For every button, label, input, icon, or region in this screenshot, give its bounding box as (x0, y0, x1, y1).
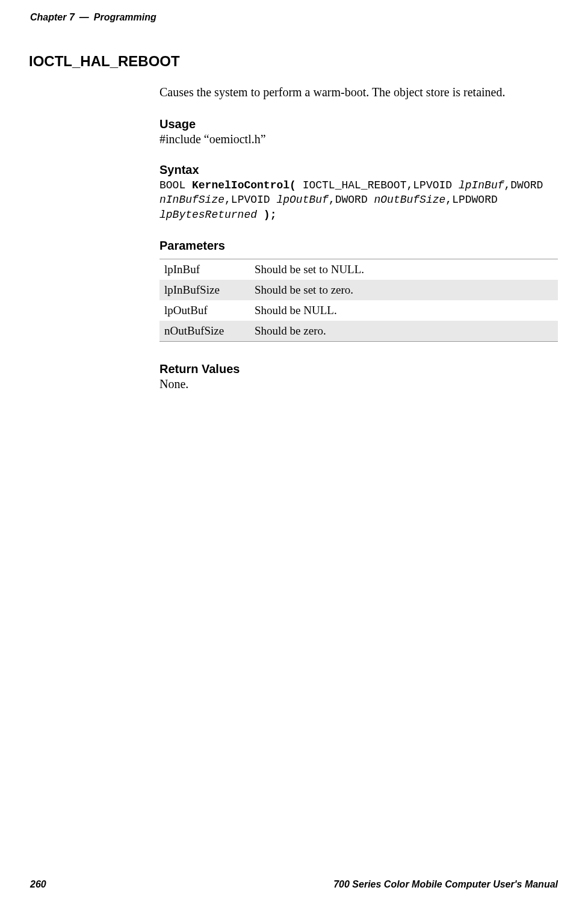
syntax-func: KernelIoControl( (192, 179, 296, 191)
param-desc: Should be zero. (250, 321, 558, 342)
table-row: nOutBufSize Should be zero. (159, 321, 558, 342)
syntax-arg5: ,LPVOID (224, 194, 276, 206)
param-name: lpInBufSize (159, 280, 250, 300)
page-number: 260 (30, 879, 46, 890)
syntax-arg6: lpOutBuf (276, 194, 328, 206)
chapter-label: Chapter 7 (30, 12, 75, 23)
parameters-heading: Parameters (159, 239, 558, 253)
usage-heading: Usage (159, 117, 558, 131)
content-block: Causes the system to perform a warm-boot… (159, 84, 558, 391)
page-footer: 260 700 Series Color Mobile Computer Use… (30, 879, 558, 890)
return-values-heading: Return Values (159, 362, 558, 376)
manual-title: 700 Series Color Mobile Computer User's … (333, 879, 558, 890)
syntax-block: BOOL KernelIoControl( IOCTL_HAL_REBOOT,L… (159, 178, 558, 222)
param-name: lpOutBuf (159, 300, 250, 321)
syntax-arg10: lpBytesReturned (159, 209, 257, 221)
param-desc: Should be NULL. (250, 300, 558, 321)
syntax-arg1: IOCTL_HAL_REBOOT,LPVOID (296, 179, 459, 191)
param-name: nOutBufSize (159, 321, 250, 342)
param-desc: Should be set to NULL. (250, 259, 558, 280)
syntax-type: BOOL (159, 179, 192, 191)
parameters-table: lpInBuf Should be set to NULL. lpInBufSi… (159, 259, 558, 342)
chapter-title: Programming (94, 12, 156, 23)
syntax-arg7: ,DWORD (329, 194, 374, 206)
syntax-close: ); (257, 209, 276, 221)
syntax-arg4: nInBufSize (159, 194, 224, 206)
syntax-arg8: nOutBufSize (374, 194, 446, 206)
page-header: Chapter 7 — Programming (30, 12, 558, 23)
table-row: lpInBufSize Should be set to zero. (159, 280, 558, 300)
syntax-arg3: ,DWORD (504, 179, 543, 191)
syntax-arg2: lpInBuf (459, 179, 504, 191)
syntax-heading: Syntax (159, 163, 558, 177)
chapter-separator: — (79, 12, 89, 23)
syntax-arg9: ,LPDWORD (445, 194, 497, 206)
param-desc: Should be set to zero. (250, 280, 558, 300)
table-row: lpOutBuf Should be NULL. (159, 300, 558, 321)
section-description: Causes the system to perform a warm-boot… (159, 84, 558, 100)
return-values-text: None. (159, 377, 558, 391)
section-title: IOCTL_HAL_REBOOT (29, 53, 558, 70)
table-row: lpInBuf Should be set to NULL. (159, 259, 558, 280)
usage-include: #include “oemioctl.h” (159, 132, 558, 146)
param-name: lpInBuf (159, 259, 250, 280)
